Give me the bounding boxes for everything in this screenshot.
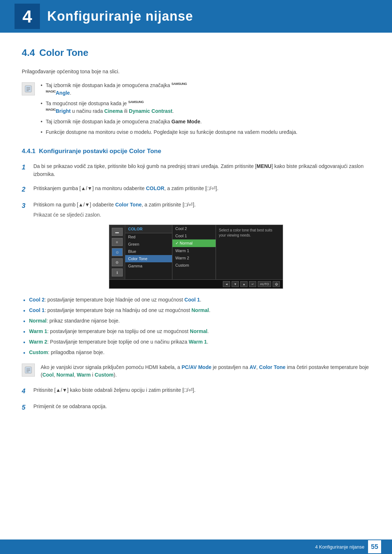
note-icon (22, 82, 35, 95)
monitor-menu: COLOR Red Green Blue Color Tone Gamma (125, 225, 172, 279)
monitor-inner: ▬ ≡ ⊙ ⚙ ℹ COLOR Red Green Blue Color Ton… (109, 225, 283, 279)
step-1: 1 Da bi se prikazao vodič za tipke, prit… (22, 162, 370, 178)
monitor-bottom-controls: ◄ ▼ ▲ ↵ AUTO ⏻ (109, 279, 283, 288)
note-item-2: Ta mogućnost nije dostupna kada je SAMSU… (41, 100, 297, 115)
step-2: 2 Pritiskanjem gumba [▲/▼] na monitoru o… (22, 184, 370, 195)
submenu-custom: Custom (172, 262, 216, 269)
submenu-warm2: Warm 2 (172, 254, 216, 262)
step-4: 4 Pritisnite [▲/▼] kako biste odabrali ž… (22, 386, 370, 397)
bullet-cool1: Cool 1: postavljanje temperature boje na… (22, 307, 370, 314)
info-note-text: Ako je vanjski izvor signala priključen … (41, 364, 370, 379)
note-item-4: Funkcije dostupne na monitoru ovise o mo… (41, 128, 297, 136)
main-content: 4.4Color Tone Prilagođavanje općenitog t… (0, 47, 392, 440)
bullet-custom: Custom: prilagodba nijanse boje. (22, 349, 370, 356)
info-note-box: Ako je vanjski izvor signala priključen … (22, 364, 370, 379)
monitor-screenshot: ▬ ≡ ⊙ ⚙ ℹ COLOR Red Green Blue Color Ton… (109, 225, 283, 289)
menu-item-red: Red (125, 233, 172, 241)
sidebar-icon-3: ⊙ (112, 248, 123, 256)
step-3: 3 Pritiskom na gumb [▲/▼] odaberite Colo… (22, 201, 370, 219)
bullet-warm1: Warm 1: postavljanje temperature boje na… (22, 328, 370, 335)
submenu-warm1: Warm 1 (172, 247, 216, 254)
sidebar-icon-4: ⚙ (112, 258, 123, 266)
note-item-1: Taj izbornik nije dostupan kada je omogu… (41, 82, 297, 97)
monitor-btn-down: ▼ (232, 281, 239, 287)
sidebar-icon-2: ≡ (112, 238, 123, 246)
monitor-btn-left: ◄ (223, 281, 230, 287)
chapter-number: 4 (15, 4, 40, 29)
note-list: Taj izbornik nije dostupan kada je omogu… (41, 82, 297, 139)
color-options-list: Cool 2: postavljanje temperature boje hl… (22, 296, 370, 356)
note-item-3: Taj izbornik nije dostupan kada je omogu… (41, 118, 297, 126)
monitor-submenu: Cool 2 Cool 1 Normal Warm 1 Warm 2 Custo… (172, 225, 216, 279)
svg-rect-0 (25, 86, 32, 92)
menu-item-gamma: Gamma (125, 262, 172, 270)
monitor-btn-power: ⏻ (273, 281, 280, 287)
steps-end-list: 4 Pritisnite [▲/▼] kako biste odabrali ž… (22, 386, 370, 413)
info-icon (22, 364, 35, 377)
monitor-menu-header: COLOR (125, 225, 172, 233)
chapter-header: 4 Konfiguriranje nijanse (0, 0, 392, 33)
step-5: 5 Primijenit će se odabrana opcija. (22, 402, 370, 413)
submenu-cool2: Cool 2 (172, 225, 216, 232)
sidebar-icon-1: ▬ (112, 228, 123, 236)
submenu-normal: Normal (172, 239, 216, 247)
svg-rect-4 (25, 367, 32, 373)
footer-chapter-text: 4 Konfiguriranje nijanse (315, 544, 364, 550)
monitor-btn-enter: ↵ (249, 281, 256, 287)
footer-page-number: 55 (368, 540, 381, 553)
monitor-btn-up: ▲ (240, 281, 248, 287)
bullet-cool2: Cool 2: postavljanje temperature boje hl… (22, 296, 370, 304)
section-title: 4.4Color Tone (22, 47, 370, 61)
monitor-btn-auto: AUTO (258, 281, 271, 287)
intro-text: Prilagođavanje općenitog tona boje na sl… (22, 69, 370, 74)
submenu-cool1: Cool 1 (172, 232, 216, 239)
sidebar-icon-5: ℹ (112, 268, 123, 276)
steps-list: 1 Da bi se prikazao vodič za tipke, prit… (22, 162, 370, 219)
menu-item-colortone: Color Tone (125, 255, 172, 262)
menu-item-green: Green (125, 241, 172, 248)
monitor-help: Select a color tone that best suits your… (216, 225, 283, 279)
subsection-title: 4.4.1 Konfiguriranje postavki opcije Col… (22, 148, 370, 155)
bullet-normal: Normal: prikaz standardne nijanse boje. (22, 317, 370, 325)
menu-item-blue: Blue (125, 248, 172, 255)
page-footer: 4 Konfiguriranje nijanse 55 (0, 539, 392, 554)
bullet-warm2: Warm 2: Postavljanje temperature boje to… (22, 338, 370, 346)
chapter-title: Konfiguriranje nijanse (47, 9, 193, 24)
note-box: Taj izbornik nije dostupan kada je omogu… (22, 82, 370, 139)
monitor-sidebar: ▬ ≡ ⊙ ⚙ ℹ (109, 225, 125, 279)
